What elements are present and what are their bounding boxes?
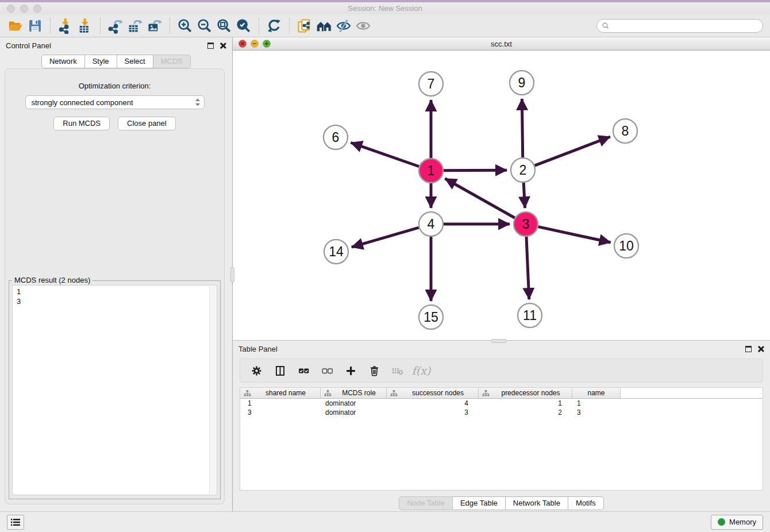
export-image-button[interactable] — [145, 17, 164, 35]
close-panel-icon[interactable] — [220, 42, 226, 49]
tab-mcds[interactable]: MCDS — [153, 55, 191, 68]
save-session-button[interactable] — [25, 17, 45, 35]
node-14[interactable]: 14 — [324, 240, 348, 264]
export-table-button[interactable] — [125, 17, 145, 35]
show-graphics-details-icon — [336, 18, 352, 34]
network-minimize-icon[interactable] — [251, 40, 259, 48]
edge-3-11[interactable] — [526, 237, 529, 299]
tab-motifs[interactable]: Motifs — [568, 496, 604, 510]
result-line: 1 — [17, 287, 213, 296]
refresh-layout-button[interactable] — [264, 17, 284, 35]
cell-successor-nodes[interactable]: 3 — [387, 408, 479, 417]
import-network-button[interactable] — [56, 17, 75, 35]
svg-text:6: 6 — [332, 130, 340, 145]
task-history-button[interactable] — [7, 515, 24, 530]
node-1[interactable]: 1 — [419, 159, 443, 183]
column-header-MCDS-role[interactable]: MCDS role — [321, 388, 387, 398]
network-maximize-icon[interactable] — [263, 40, 271, 48]
cell-MCDS-role[interactable]: dominator — [321, 408, 387, 417]
tab-select[interactable]: Select — [117, 55, 153, 68]
tab-network-table[interactable]: Network Table — [506, 496, 568, 510]
close-panel-button[interactable]: Close panel — [118, 117, 176, 130]
node-11[interactable]: 11 — [518, 303, 542, 327]
search-box[interactable] — [596, 19, 763, 33]
node-9[interactable]: 9 — [510, 71, 534, 95]
node-2[interactable]: 2 — [511, 158, 535, 182]
criterion-dropdown[interactable]: strongly connected component — [25, 95, 205, 109]
node-table-header: shared nameMCDS rolesuccessor nodesprede… — [240, 388, 763, 399]
search-input[interactable] — [613, 21, 758, 31]
network-window-titlebar[interactable]: scc.txt — [233, 37, 770, 51]
edge-2-9[interactable] — [522, 99, 522, 157]
cell-shared-name[interactable]: 1 — [240, 399, 321, 408]
clone-network-button[interactable] — [295, 17, 314, 35]
cell-predecessor-nodes[interactable]: 1 — [479, 399, 572, 408]
tab-network[interactable]: Network — [41, 55, 85, 68]
cell-predecessor-nodes[interactable]: 2 — [479, 408, 572, 417]
table-close-panel-icon[interactable] — [757, 345, 764, 352]
tab-edge-table[interactable]: Edge Table — [453, 496, 506, 510]
table-row[interactable]: 3dominator323 — [240, 408, 763, 417]
table-float-panel-icon[interactable] — [745, 346, 752, 352]
node-7[interactable]: 7 — [419, 72, 443, 96]
network-canvas[interactable]: 7968124314101511 — [233, 51, 770, 340]
zoom-fit-button[interactable] — [214, 17, 234, 35]
table-tabs: Node TableEdge TableNetwork TableMotifs — [233, 496, 770, 510]
cell-name[interactable]: 3 — [572, 408, 621, 417]
node-4[interactable]: 4 — [419, 212, 443, 236]
edge-1-2[interactable] — [444, 170, 507, 171]
zoom-out-button[interactable] — [195, 17, 214, 35]
node-6[interactable]: 6 — [324, 125, 348, 149]
run-mcds-button[interactable]: Run MCDS — [53, 117, 110, 130]
network-graph[interactable]: 7968124314101511 — [233, 51, 770, 340]
node-8[interactable]: 8 — [613, 119, 637, 143]
table-row[interactable]: 1dominator411 — [240, 399, 763, 408]
result-scrollbar[interactable] — [209, 286, 216, 494]
column-header-shared-name[interactable]: shared name — [240, 388, 321, 398]
edge-3-1[interactable] — [445, 179, 514, 218]
column-layout-button[interactable] — [273, 364, 287, 377]
network-close-icon[interactable] — [238, 40, 247, 48]
edge-4-14[interactable] — [352, 228, 419, 247]
node-3[interactable]: 3 — [514, 212, 538, 236]
delete-column-button[interactable] — [367, 364, 381, 377]
control-panel-title: Control Panel — [6, 41, 51, 50]
import-table-button[interactable] — [75, 17, 95, 35]
node-10[interactable]: 10 — [614, 234, 638, 258]
show-graphics-details-button[interactable] — [334, 17, 353, 35]
edge-3-10[interactable] — [538, 227, 610, 242]
cell-MCDS-role[interactable]: dominator — [321, 399, 387, 408]
tab-node-table[interactable]: Node Table — [399, 496, 453, 510]
save-session-icon — [27, 18, 43, 34]
zoom-selected-button[interactable] — [234, 17, 253, 35]
cell-successor-nodes[interactable]: 4 — [387, 399, 479, 408]
column-header-successor-nodes[interactable]: successor nodes — [387, 388, 479, 398]
node-15[interactable]: 15 — [419, 305, 443, 329]
zoom-in-button[interactable] — [175, 17, 195, 35]
edge-1-6[interactable] — [351, 142, 419, 167]
edge-2-8[interactable] — [535, 137, 610, 165]
preferred-layout-button[interactable] — [314, 17, 334, 35]
add-column-button[interactable] — [344, 364, 357, 377]
export-network-button[interactable] — [106, 17, 125, 35]
memory-button[interactable]: Memory — [711, 515, 763, 530]
settings-gear-button[interactable] — [249, 364, 263, 377]
tab-style[interactable]: Style — [85, 55, 117, 68]
column-header-predecessor-nodes[interactable]: predecessor nodes — [479, 388, 572, 398]
hide-graphics-details-button — [353, 17, 373, 35]
cell-name[interactable]: 1 — [572, 399, 621, 408]
select-all-columns-button[interactable] — [297, 364, 310, 377]
horizontal-splitter-handle[interactable] — [491, 339, 506, 343]
dropdown-chevrons-icon — [194, 98, 201, 107]
network-window: scc.txt 7968124314101511 — [233, 37, 770, 341]
mcds-panel: Optimization criterion: strongly connect… — [5, 68, 225, 504]
open-file-button[interactable] — [6, 17, 25, 35]
float-panel-icon[interactable] — [207, 43, 214, 49]
column-header-name[interactable]: name — [572, 388, 621, 398]
cell-shared-name[interactable]: 3 — [240, 408, 321, 417]
mcds-result-text[interactable]: 13 — [12, 285, 217, 495]
vertical-splitter-handle[interactable] — [230, 267, 234, 282]
edge-2-3[interactable] — [523, 183, 525, 208]
deselect-all-columns-button[interactable] — [320, 364, 334, 377]
svg-text:14: 14 — [329, 244, 344, 259]
